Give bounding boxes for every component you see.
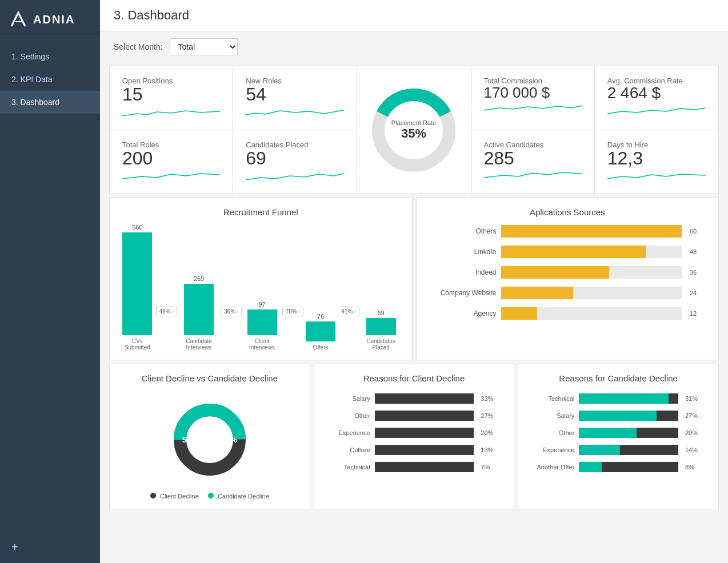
funnel-col-label-0: CVs Submitted [121, 338, 154, 351]
arrow-badge-2: 78% › [282, 307, 303, 316]
kpi-days-to-hire-value: 12,3 [607, 149, 706, 167]
candidate-decline-track-2 [579, 428, 678, 438]
client-decline-label-4: Technical [330, 464, 370, 470]
page-title: 3. Dashboard [114, 8, 714, 23]
client-candidate-title: Client Decline vs Candidate Decline [121, 373, 298, 383]
kpi-new-roles-sparkline [246, 103, 343, 123]
kpi-avg-commission: Avg. Commission Rate 2 464 $ [595, 66, 718, 130]
hbar-value-3: 24 [690, 289, 701, 296]
client-decline-fill-1 [375, 411, 447, 421]
sidebar-item-dashboard[interactable]: 3. Dashboard [0, 91, 100, 114]
client-decline-label-2: Experience [330, 429, 370, 436]
legend-dot-candidate [208, 493, 214, 498]
hbar-value-2: 36 [690, 269, 701, 276]
hbar-value-1: 48 [690, 248, 701, 255]
hbar-label-3: Company Website [434, 289, 497, 297]
kpi-total-roles-value: 200 [122, 149, 220, 167]
funnel-bar-label-1: 269 [194, 275, 204, 282]
candidate-decline-track-4 [579, 462, 678, 472]
candidate-decline-value-1: 27% [685, 412, 702, 419]
client-decline-track-0 [375, 393, 474, 404]
funnel-bar-2 [247, 309, 277, 335]
kpi-open-positions: Open Positions 15 [110, 66, 233, 130]
add-button[interactable]: + [0, 532, 100, 563]
hbar-track-1 [501, 246, 682, 258]
content-wrapper: Open Positions 15 New Roles 54 [100, 62, 728, 563]
month-select[interactable]: Total January February March [170, 38, 238, 55]
sidebar-logo: ADNIA [0, 0, 100, 39]
funnel-title: Recruitment Funnel [121, 207, 401, 217]
funnel-col-label-2: Client Interviews [244, 338, 279, 351]
arrow-badge-3: 91% › [338, 307, 359, 316]
client-decline-track-4 [375, 462, 474, 472]
sidebar-item-kpi-data[interactable]: 2. KPI Data [0, 68, 100, 91]
candidate-decline-fill-2 [579, 428, 637, 438]
candidate-decline-chart: Technical 31% Salary 27% [530, 391, 707, 474]
kpi-avg-commission-sparkline [607, 101, 705, 120]
hbar-fill-2 [501, 266, 610, 279]
placement-rate-value: 35% [391, 126, 436, 141]
client-candidate-legend: Client Decline Candidate Decline [121, 493, 298, 500]
placement-rate-title: Placement Rate [391, 119, 436, 126]
client-decline-label-0: Salary [330, 395, 370, 402]
legend-label-candidate: Candidate Decline [218, 493, 269, 500]
kpi-new-roles-value: 54 [246, 85, 343, 103]
client-decline-track-2 [375, 428, 474, 438]
kpi-new-roles: New Roles 54 [233, 66, 357, 130]
bottom-row: Client Decline vs Candidate Decline 50% … [109, 364, 719, 509]
candidate-decline-track-0 [579, 393, 678, 404]
candidate-decline-fill-0 [579, 393, 668, 404]
adnia-logo-icon [9, 10, 27, 29]
client-decline-value-0: 33% [481, 395, 498, 402]
kpi-avg-commission-value: 2 464 $ [607, 85, 705, 101]
hbar-value-0: 60 [690, 228, 701, 235]
kpi-candidates-placed-sparkline [246, 167, 343, 187]
arrow-badge-1: 36% › [221, 307, 242, 316]
client-decline-fill-4 [375, 462, 395, 472]
main-content: 3. Dashboard Select Month: Total January… [100, 0, 728, 563]
client-decline-row-2: Experience 20% [330, 428, 498, 438]
candidate-decline-value-4: 8% [685, 464, 702, 470]
hbar-track-3 [501, 287, 682, 299]
hbar-label-2: Indeed [434, 268, 497, 276]
candidate-decline-fill-3 [579, 445, 619, 455]
client-candidate-donut: 50% 50% [170, 400, 250, 480]
hbar-fill-3 [501, 287, 574, 299]
client-decline-fill-3 [375, 445, 411, 455]
client-decline-label-3: Culture [330, 447, 370, 453]
candidate-decline-value-0: 31% [685, 395, 702, 402]
client-decline-row-1: Other 27% [330, 411, 498, 421]
sidebar-item-settings[interactable]: 1. Settings [0, 45, 100, 68]
client-decline-fill-0 [375, 393, 464, 404]
client-decline-fill-2 [375, 428, 430, 438]
kpi-active-candidates-value: 285 [484, 149, 582, 167]
kpi-candidates-placed: Candidates Placed 69 [233, 130, 357, 194]
hbar-row-0: Others 60 [434, 225, 702, 238]
funnel-bar-1 [184, 284, 214, 335]
legend-label-client: Client Decline [160, 493, 199, 500]
legend-dot-client [150, 493, 156, 498]
app-sources-card: Aplications Sources Others 60 LinkdIn [416, 198, 719, 360]
hbar-label-4: Agency [434, 309, 497, 317]
placement-label: Placement Rate 35% [391, 119, 436, 141]
candidate-decline-label-0: Technical [534, 395, 574, 402]
funnel-bar-label-0: 560 [132, 224, 142, 231]
candidate-decline-track-1 [579, 411, 678, 421]
candidate-decline-row-4: Another Offer 8% [534, 462, 702, 472]
hbar-row-4: Agency 12 [434, 307, 702, 320]
toolbar: Select Month: Total January February Mar… [100, 31, 728, 62]
client-pct-label: 50% [182, 436, 197, 444]
hbar-fill-1 [501, 246, 646, 258]
placement-rate-card: Placement Rate 35% [357, 66, 471, 194]
candidate-pct-label: 50% [222, 436, 237, 444]
candidate-decline-fill-1 [579, 411, 656, 421]
kpi-open-positions-value: 15 [122, 85, 220, 103]
main-header: 3. Dashboard [100, 0, 728, 31]
kpi-candidates-placed-value: 69 [246, 149, 343, 167]
candidate-decline-track-3 [579, 445, 678, 455]
client-decline-card: Reasons for Client Decline Salary 33% Ot… [314, 364, 515, 509]
hbar-row-3: Company Website 24 [434, 287, 702, 299]
candidate-decline-label-2: Other [534, 429, 574, 436]
sidebar-item-settings-label: 1. Settings [11, 52, 49, 61]
recruitment-funnel-card: Recruitment Funnel 560 CVs Submitted 48%… [109, 198, 413, 360]
